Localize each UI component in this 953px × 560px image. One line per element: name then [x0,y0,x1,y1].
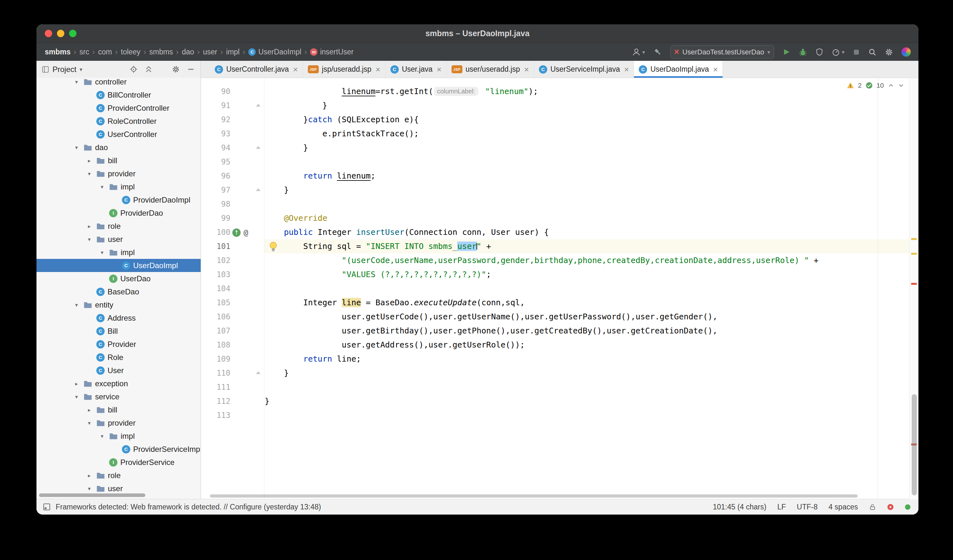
editor-vscrollbar[interactable] [912,394,917,495]
panel-settings-gear-icon[interactable] [172,65,180,73]
chevron-right-icon[interactable]: ▸ [85,223,93,230]
tree-item-Provider[interactable]: CProvider [36,338,201,351]
line-separator[interactable]: LF [777,503,786,511]
tree-item-Bill[interactable]: CBill [36,324,201,338]
stop-button[interactable] [853,49,860,56]
code-line-111[interactable] [265,380,910,394]
stripe-error-mark[interactable] [911,283,917,285]
gradient-logo-icon[interactable] [902,47,911,57]
build-button[interactable] [653,48,662,56]
tree-item-impl[interactable]: ▾impl [36,180,201,193]
caret-position[interactable]: 101:45 (4 chars) [712,503,766,511]
indent-style[interactable]: 4 spaces [829,503,858,511]
code-line-100[interactable]: public Integer insertUser(Connection con… [265,225,910,239]
breadcrumb-item[interactable]: impl [226,48,240,56]
status-message[interactable]: Frameworks detected: Web framework is de… [56,503,321,511]
tree-item-bill[interactable]: ▸bill [36,403,201,416]
tree-item-bill[interactable]: ▸bill [36,154,201,167]
breadcrumb-item[interactable]: dao [182,48,194,56]
breadcrumb-item[interactable]: smbms [45,48,71,56]
titlebar[interactable]: smbms – UserDaoImpl.java [36,24,919,43]
tree-item-BaseDao[interactable]: CBaseDao [36,285,201,298]
lock-icon[interactable] [869,503,876,511]
toolwindow-toggle-icon[interactable] [43,503,51,511]
chevron-right-icon[interactable]: ▸ [85,472,93,479]
tab-User.java[interactable]: CUser.java× [386,61,447,78]
tree-item-controller[interactable]: ▾controller [36,78,201,88]
minimize-window-button[interactable] [57,30,64,37]
tree-item-user[interactable]: ▾user [36,233,201,246]
tree-item-ProviderService[interactable]: IProviderService [36,456,201,469]
code-lines[interactable]: linenum=rst.getInt(columnLabel: "linenum… [265,84,910,422]
editor-hscrollbar[interactable] [210,495,858,498]
chevron-down-icon[interactable]: ▾ [98,433,106,439]
hide-panel-icon[interactable] [187,65,195,73]
tab-UserController.java[interactable]: CUserController.java× [210,61,303,78]
code-line-110[interactable]: } [265,366,910,380]
chevron-right-icon[interactable]: ▸ [85,407,93,413]
tab-UserServiceImpl.java[interactable]: CUserServiceImpl.java× [534,61,634,78]
tree-item-exception[interactable]: ▸exception [36,377,201,390]
stripe-warning-mark[interactable] [911,238,917,240]
tree-item-UserDao[interactable]: IUserDao [36,272,201,285]
breadcrumb-item[interactable]: user [203,48,217,56]
close-tab-icon[interactable]: × [293,65,298,74]
file-encoding[interactable]: UTF-8 [797,503,818,511]
tab-jsp/useradd.jsp[interactable]: JSPjsp/useradd.jsp× [303,61,386,78]
tree-item-UserDaoImpl[interactable]: CUserDaoImpl [36,259,201,272]
project-hscrollbar[interactable] [39,493,145,497]
run-button[interactable] [782,48,790,56]
tree-item-Role[interactable]: CRole [36,351,201,364]
close-tab-icon[interactable]: × [524,65,529,74]
code-area[interactable]: linenum=rst.getInt(columnLabel: "linenum… [264,78,910,499]
code-line-103[interactable]: "VALUES (?,?,?,?,?,?,?,?,?,?)"; [265,267,910,282]
error-stripe[interactable] [909,78,919,499]
tree-item-entity[interactable]: ▾entity [36,298,201,311]
tree-item-provider[interactable]: ▾provider [36,416,201,430]
next-problem-chevron-icon[interactable] [898,82,904,88]
code-line-106[interactable]: user.getUserCode(),user.getUserName(),us… [265,310,910,324]
code-line-95[interactable] [265,155,910,169]
code-line-102[interactable]: "(userCode,userName,userPassword,gender,… [265,253,910,267]
chevron-down-icon[interactable]: ▾ [72,79,81,85]
code-line-105[interactable]: Integer line = BaseDao.executeUpdate(con… [265,296,910,310]
close-tab-icon[interactable]: × [437,65,442,74]
debug-button[interactable] [799,48,807,56]
code-line-113[interactable] [265,408,910,422]
locate-file-icon[interactable] [130,65,138,73]
chevron-down-icon[interactable]: ▾ [85,420,93,426]
code-line-96[interactable]: return linenum; [265,169,910,183]
tab-UserDaoImpl.java[interactable]: CUserDaoImpl.java× [634,61,723,78]
code-line-90[interactable]: linenum=rst.getInt(columnLabel: "linenum… [265,84,910,99]
code-line-109[interactable]: return line; [265,352,910,366]
code-line-92[interactable]: }catch (SQLException e){ [265,113,910,127]
tree-item-RoleController[interactable]: CRoleController [36,115,201,128]
code-line-104[interactable] [265,282,910,296]
indicator-green-icon[interactable] [905,504,911,510]
code-line-108[interactable]: user.getAddress(),user.getUserRole()); [265,338,910,352]
profiler-button[interactable]: ▾ [832,48,844,56]
code-line-99[interactable]: @Override [265,211,910,225]
code-line-112[interactable]: } [265,394,910,408]
chevron-down-icon[interactable]: ▾ [85,486,93,492]
chevron-down-icon[interactable]: ▾ [72,302,81,308]
tree-item-role[interactable]: ▸role [36,220,201,233]
tree-item-User[interactable]: CUser [36,364,201,377]
breadcrumb-item[interactable]: src [79,48,89,56]
chevron-right-icon[interactable]: ▸ [85,157,93,164]
tree-item-ProviderDao[interactable]: IProviderDao [36,206,201,220]
tree-item-Address[interactable]: CAddress [36,311,201,324]
chevron-down-icon[interactable]: ▾ [98,184,106,190]
tree-item-BillController[interactable]: CBillController [36,88,201,101]
breadcrumb-item[interactable]: smbms [149,48,173,56]
tree-item-ProviderController[interactable]: CProviderController [36,101,201,115]
settings-button[interactable] [885,48,893,56]
tree-item-dao[interactable]: ▾dao [36,141,201,154]
tab-user/useradd.jsp[interactable]: JSPuser/useradd.jsp× [447,61,534,78]
coverage-button[interactable] [815,48,823,56]
tree-item-service[interactable]: ▾service [36,390,201,403]
inspections-widget[interactable]: 2 10 [847,82,904,89]
close-tab-icon[interactable]: × [624,65,629,74]
chevron-down-icon[interactable]: ▾ [72,144,81,151]
code-line-98[interactable] [265,197,910,211]
